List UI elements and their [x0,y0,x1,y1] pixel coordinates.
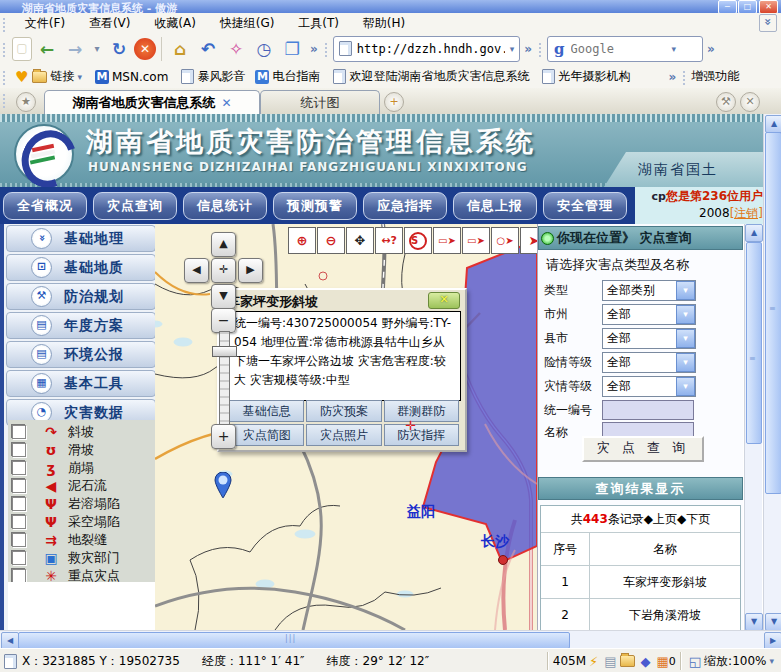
select-arrow-icon[interactable]: ▾ [676,281,695,300]
popup-sketch-button[interactable]: 灾点简图 [229,424,304,446]
minimize-button[interactable]: ─ [718,0,737,13]
history-dropdown-icon[interactable]: ▾ [90,36,104,62]
calculator-icon[interactable]: ▦ [657,654,669,669]
new-folder-icon[interactable] [620,655,635,667]
layer-checkbox[interactable] [12,479,26,493]
layer-checkbox[interactable] [12,551,26,565]
tab-main[interactable]: 湖南省地质灾害信息系统 ✕ [44,90,260,115]
full-extent-tool[interactable]: S [404,227,432,254]
select-arrow-icon[interactable]: ▾ [676,329,695,348]
logout-link[interactable]: [注销] [730,206,763,220]
layer-checkbox[interactable] [12,569,26,583]
nav-security[interactable]: 安全管理 [543,192,627,220]
select-arrow-icon[interactable]: ▾ [676,353,695,372]
scroll-up-icon[interactable]: ▲ [745,224,763,242]
scroll-down-icon[interactable]: ▼ [745,613,763,631]
wrench-icon[interactable]: ⚒ [716,92,736,112]
menu-favorites[interactable]: 收藏(A) [144,13,206,34]
risk-level-select[interactable]: 全部▾ [602,352,696,373]
menu-view[interactable]: 查看(V) [79,13,141,34]
window-panel-icon[interactable]: ❐ [279,36,305,62]
extra-features-link[interactable]: 增强功能 [691,68,739,85]
toolbar-grip[interactable] [3,18,9,32]
printer-icon[interactable]: ▤ [604,654,616,669]
zoom-out-tool[interactable]: ⊖ [317,227,345,254]
nav-emergency[interactable]: 应急指挥 [363,192,447,220]
scroll-up-icon[interactable]: ▲ [765,115,781,133]
toolbar-grip[interactable] [3,94,9,108]
sidebar-item-base-geology[interactable]: ⊡基础地质 [6,254,156,281]
disaster-level-select[interactable]: 全部▾ [602,376,696,397]
menu-file[interactable]: 文件(F) [15,13,75,34]
next-page-link[interactable]: ◆下页 [677,511,710,528]
popup-group-monitor-button[interactable]: 群测群防 [384,400,459,422]
stop-icon[interactable]: ✕ [134,38,156,60]
back-icon[interactable]: ← [34,36,60,62]
forward-icon[interactable]: → [62,36,88,62]
diamond-icon[interactable]: ◆ [641,654,651,669]
sidebar-item-base-geography[interactable]: »基础地理 [6,225,156,252]
link-baofeng[interactable]: 暴风影音 [178,68,245,85]
select-arrow-icon[interactable]: ▾ [676,305,695,324]
pan-down-button[interactable]: ▼ [211,284,236,309]
map-viewport[interactable]: 益阳 长沙 ⊕ ⊖ ✥ ↔? S ▭➤ ▭➤ ○➤ ➤ ▲ ◀ ✛ ▶ [155,224,538,630]
toolbar-grip[interactable] [683,71,689,85]
county-select[interactable]: 全部▾ [602,328,696,349]
pan-tool[interactable]: ✥ [346,227,374,254]
popup-close-icon[interactable]: ✕ [428,292,460,309]
undo-icon[interactable]: ↶ [195,36,221,62]
popup-photo-button[interactable]: 灾点照片 [306,424,381,446]
toolbar-grip[interactable] [3,43,9,57]
popup-basic-info-button[interactable]: 基础信息 [229,400,304,422]
tabbar-close-icon[interactable]: ✕ [740,92,760,112]
favorites-heart-icon[interactable]: ♥ [15,68,28,86]
disaster-search-button[interactable]: 灾 点 查 询 [582,436,704,462]
select-point-tool[interactable]: ➤ [520,227,538,254]
zoom-in-tool[interactable]: ⊕ [288,227,316,254]
layer-checkbox[interactable] [12,443,26,457]
select-rect-tool[interactable]: ▭➤ [433,227,461,254]
tab-chart[interactable]: 统计图 [260,90,380,115]
links-menu[interactable]: 链接▾ [32,68,85,85]
pan-center-button[interactable]: ✛ [211,258,236,283]
zoom-dropdown-icon[interactable]: ▾ [766,656,777,666]
link-hunan-geo[interactable]: 欢迎登陆湖南省地质灾害信息系统 [330,68,529,85]
search-input[interactable] [569,41,669,57]
browser-scrollbar-vertical[interactable]: ▲ ≡ ▼ [763,114,781,630]
chevron-double-down-icon[interactable]: » [759,14,777,32]
panel-scrollbar-vertical[interactable]: ▲ ≡ ▼ [744,224,762,630]
toolbar-grip[interactable] [325,43,331,57]
unified-id-input[interactable] [602,400,694,420]
type-select[interactable]: 全部类别▾ [602,280,696,301]
new-page-icon[interactable]: ▢ [12,37,32,61]
browser-scrollbar-horizontal[interactable]: ◀ ||| ▶ [0,630,781,649]
deselect-rect-tool[interactable]: ▭➤ [462,227,490,254]
menu-groups[interactable]: 快捷组(G) [210,13,285,34]
popup-prevention-plan-button[interactable]: 防灾预案 [306,400,381,422]
scrollbar-thumb[interactable] [746,242,762,444]
sidebar-item-env-bulletin[interactable]: ▤环境公报 [6,341,156,368]
sidebar-item-annual-plan[interactable]: ▤年度方案 [6,312,156,339]
table-row[interactable]: 1 车家坪变形斜坡 [541,566,740,599]
chevron-more-icon[interactable]: » [707,42,715,56]
resize-window-icon[interactable]: ◱ [689,654,701,669]
toolbar-grip[interactable] [539,43,545,57]
city-select[interactable]: 全部▾ [602,304,696,325]
boost-lightning-icon[interactable]: ⚡ [589,654,598,669]
history-clock-icon[interactable]: ◷ [251,36,277,62]
search-box[interactable]: g ▾ [547,36,703,62]
address-bar[interactable]: ▾ [333,36,521,62]
map-pin-marker[interactable] [213,472,233,502]
nav-report[interactable]: 信息上报 [453,192,537,220]
chevron-more-icon[interactable]: » [310,42,318,56]
nav-statistics[interactable]: 信息统计 [183,192,267,220]
layer-checkbox[interactable] [12,425,26,439]
star-icon[interactable]: ★ [16,92,36,112]
measure-tool[interactable]: ↔? [375,227,403,254]
refresh-icon[interactable]: ↻ [106,36,132,62]
menu-help[interactable]: 帮助(H) [353,13,415,34]
zoom-slider-minus-button[interactable]: − [211,308,236,333]
layer-checkbox[interactable] [12,461,26,475]
link-radio[interactable]: M电台指南 [255,68,320,85]
chevron-more-icon[interactable]: » [668,70,676,84]
